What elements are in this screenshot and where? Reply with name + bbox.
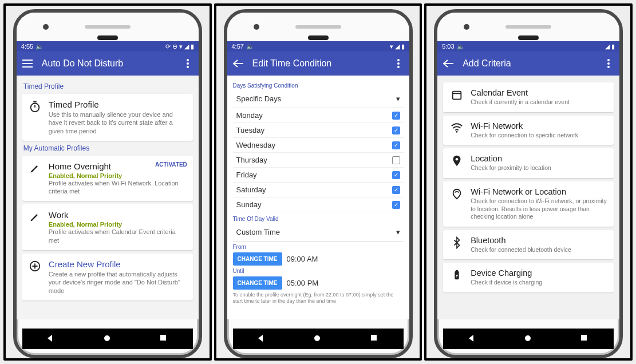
timed-profile-title: Timed Profile	[49, 100, 187, 109]
svg-point-16	[456, 131, 458, 133]
criteria-desc: Check for connection to Wi-Fi network, o…	[471, 197, 607, 221]
profile-home-status: Enabled, Normal Priority	[49, 172, 187, 179]
nav-home-icon[interactable]	[313, 334, 322, 343]
svg-point-8	[397, 62, 400, 65]
svg-point-10	[314, 335, 320, 341]
nav-back-icon[interactable]	[467, 334, 476, 343]
day-checkbox[interactable]	[392, 171, 400, 179]
day-row-monday[interactable]: Monday	[233, 108, 404, 123]
criteria-title: Bluetooth	[471, 236, 607, 245]
volume-icon: 🔈	[457, 43, 465, 50]
day-row-tuesday[interactable]: Tuesday	[233, 123, 404, 138]
wifi-icon	[450, 121, 464, 135]
overflow-icon[interactable]	[183, 59, 193, 68]
day-label: Sunday	[236, 200, 262, 209]
chevron-down-icon: ▾	[396, 94, 400, 103]
sync-icon: ⟳	[165, 43, 171, 50]
day-checkbox[interactable]	[392, 112, 400, 120]
timer-icon	[28, 100, 42, 113]
screen-content: Timed Profile Timed Profile Use this to …	[17, 76, 199, 319]
status-bar: 4:57 🔈 ▾ ◢ ▮	[227, 41, 409, 52]
wifi-icon: ▾	[390, 43, 393, 50]
section-auto-label: My Automatic Profiles	[23, 144, 192, 152]
nav-home-icon[interactable]	[103, 334, 112, 343]
overflow-icon[interactable]	[393, 59, 404, 68]
android-navbar	[22, 329, 193, 349]
criteria-desc: Check for connection to specific network	[471, 132, 607, 140]
time-section-label: Time Of Day Valid	[233, 216, 404, 222]
day-checkbox[interactable]	[392, 201, 400, 209]
back-arrow-icon[interactable]	[233, 60, 243, 68]
criteria-calendar-event[interactable]: Calendar EventCheck if currently in a ca…	[443, 82, 614, 112]
days-mode-value: Specific Days	[236, 94, 282, 103]
profile-work-card[interactable]: Work Enabled, Normal Priority Profile ac…	[22, 204, 193, 250]
pencil-icon	[28, 210, 42, 224]
location-icon	[450, 154, 464, 168]
criteria-wi-fi-network[interactable]: Wi-Fi NetworkCheck for connection to spe…	[443, 116, 614, 145]
volume-icon: 🔈	[246, 43, 254, 50]
svg-point-2	[187, 66, 189, 68]
day-row-friday[interactable]: Friday	[233, 168, 404, 183]
charging-icon	[450, 268, 464, 282]
day-label: Thursday	[236, 156, 267, 164]
battery-icon: ▮	[611, 43, 615, 50]
criteria-desc: Check if device is charging	[471, 279, 607, 287]
nav-recent-icon[interactable]	[160, 334, 169, 343]
criteria-wi-fi-network-or-location[interactable]: Wi-Fi Network or LocationCheck for conne…	[443, 181, 614, 227]
profile-home-card[interactable]: Home Overnight ACTIVATED Enabled, Normal…	[22, 156, 193, 201]
clock: 4:57	[232, 43, 244, 50]
nav-recent-icon[interactable]	[370, 334, 380, 343]
svg-point-9	[397, 66, 400, 68]
svg-point-13	[607, 62, 610, 65]
profile-work-status: Enabled, Normal Priority	[49, 221, 187, 228]
criteria-desc: Check for proximity to location	[471, 164, 607, 172]
nav-back-icon[interactable]	[46, 334, 55, 343]
day-checkbox[interactable]	[392, 141, 400, 149]
nav-recent-icon[interactable]	[580, 334, 590, 343]
hamburger-icon[interactable]	[22, 60, 33, 68]
day-row-thursday[interactable]: Thursday	[233, 153, 404, 168]
change-until-time-button[interactable]: CHANGE TIME	[233, 276, 282, 290]
signal-icon: ◢	[605, 43, 610, 50]
criteria-location[interactable]: LocationCheck for proximity to location	[443, 148, 614, 178]
days-section-label: Days Satisfying Condition	[233, 82, 404, 89]
status-bar: 5:03 🔈 ◢ ▮	[437, 41, 619, 52]
android-navbar	[233, 329, 404, 349]
create-profile-card[interactable]: Create New Profile Create a new profile …	[22, 254, 193, 300]
day-row-sunday[interactable]: Sunday	[233, 197, 404, 212]
day-checkbox[interactable]	[392, 156, 400, 164]
change-from-time-button[interactable]: CHANGE TIME	[233, 252, 282, 266]
day-row-wednesday[interactable]: Wednesday	[233, 138, 404, 153]
criteria-title: Device Charging	[471, 268, 607, 278]
svg-point-0	[187, 59, 189, 61]
svg-point-5	[104, 335, 110, 341]
nav-back-icon[interactable]	[256, 334, 266, 343]
criteria-device-charging[interactable]: Device ChargingCheck if device is chargi…	[443, 263, 614, 292]
phone-sensors	[437, 13, 619, 41]
appbar-title: Auto Do Not Disturb	[42, 58, 173, 69]
svg-point-1	[187, 62, 189, 65]
from-label: From	[233, 244, 404, 250]
profile-home-badge: ACTIVATED	[155, 161, 187, 172]
svg-point-7	[397, 59, 400, 61]
chevron-down-icon: ▾	[396, 228, 400, 236]
overflow-icon[interactable]	[603, 59, 614, 68]
nav-home-icon[interactable]	[524, 334, 533, 343]
day-row-saturday[interactable]: Saturday	[233, 183, 404, 197]
time-mode-select[interactable]: Custom Time ▾	[233, 223, 404, 242]
criteria-bluetooth[interactable]: BluetoothCheck for connected bluetooth d…	[443, 230, 614, 260]
days-list: MondayTuesdayWednesdayThursdayFridaySatu…	[233, 108, 404, 212]
days-mode-select[interactable]: Specific Days ▾	[233, 90, 404, 108]
svg-point-3	[30, 104, 39, 112]
phone-frame-1: 4:55 🔈 ⟳ ⊖ ▾ ◢ ▮ Auto Do Not Disturb Tim…	[13, 9, 202, 358]
profile-home-desc: Profile activates when Wi-Fi Network, Lo…	[49, 179, 187, 196]
back-arrow-icon[interactable]	[443, 60, 453, 68]
day-checkbox[interactable]	[392, 126, 400, 134]
android-navbar	[443, 329, 614, 349]
svg-rect-21	[581, 335, 587, 341]
timed-profile-card[interactable]: Timed Profile Use this to manually silen…	[22, 94, 193, 141]
profile-home-title: Home Overnight	[49, 161, 111, 171]
battery-icon: ▮	[191, 43, 194, 50]
phone-frame-3: 5:03 🔈 ◢ ▮ Add Criteria Calendar EventCh…	[434, 9, 623, 358]
day-checkbox[interactable]	[392, 186, 400, 194]
